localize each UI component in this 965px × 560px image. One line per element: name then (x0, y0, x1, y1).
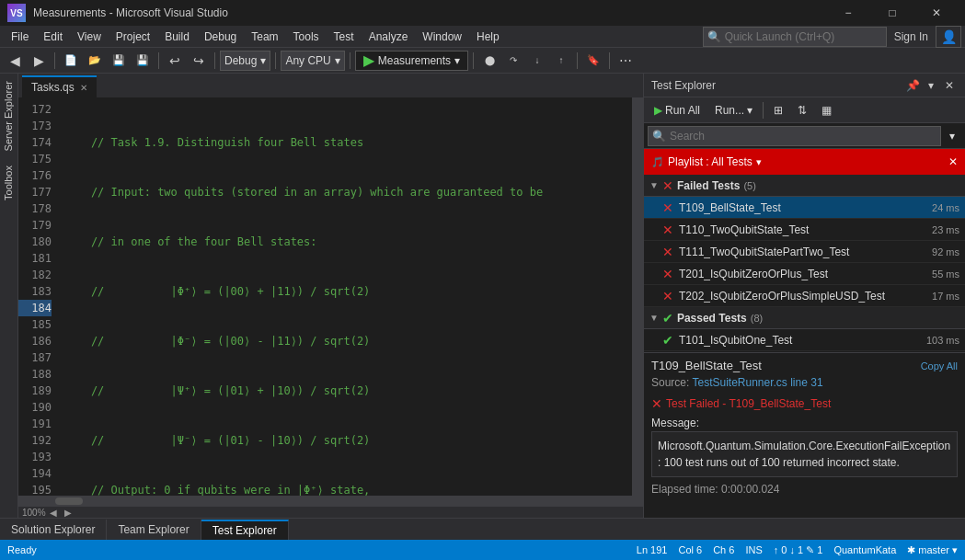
tab-label: Team Explorer (118, 523, 189, 536)
search-dropdown-button[interactable]: ▾ (943, 126, 961, 146)
detail-source-link[interactable]: TestSuiteRunner.cs line 31 (692, 376, 822, 389)
hscroll-thumb[interactable] (55, 497, 83, 505)
group-by-button[interactable]: ⊞ (767, 100, 789, 120)
playlist-close-button[interactable]: ✕ (948, 155, 958, 168)
run-dropdown-icon: ▾ (454, 54, 460, 67)
close-button[interactable]: ✕ (915, 0, 958, 26)
sep6 (473, 52, 474, 69)
menu-debug[interactable]: Debug (197, 26, 244, 48)
test-item-time: 92 ms (932, 246, 959, 257)
code-bottom-bar: 100% ◀ ▶ (18, 507, 643, 518)
detail-fail-label: Test Failed - T109_BellState_Test (666, 397, 831, 410)
sep5 (350, 52, 350, 69)
tab-label: Tasks.qs (31, 81, 75, 94)
filter-icon: ▦ (821, 104, 832, 117)
menu-window[interactable]: Window (415, 26, 469, 48)
playlist-chevron[interactable]: ▾ (756, 156, 762, 168)
test-item-t110[interactable]: ✕ T110_TwoQubitState_Test 23 ms (644, 219, 965, 241)
restore-button[interactable]: □ (871, 0, 913, 26)
test-item-label: T109_BellState_Test (679, 201, 926, 214)
sidebar-item-server-explorer[interactable]: Server Explorer (0, 74, 17, 158)
step-over-btn[interactable]: ↷ (502, 51, 524, 71)
copy-all-button[interactable]: Copy All (921, 360, 958, 371)
title-bar-left: VS Measurements - Microsoft Visual Studi… (7, 4, 228, 22)
code-horizontal-scrollbar[interactable] (18, 496, 643, 507)
test-list[interactable]: ▼ ✕ Failed Tests (5) ✕ T109_BellState_Te… (644, 175, 965, 352)
tab-label: Test Explorer (213, 524, 277, 537)
run-dropdown-button[interactable]: Run... ▾ (708, 100, 759, 120)
tab-team-explorer[interactable]: Team Explorer (107, 520, 201, 540)
test-item-t109[interactable]: ✕ T109_BellState_Test 24 ms (644, 197, 965, 219)
bookmark-btn[interactable]: 🔖 (582, 51, 604, 71)
title-bar-title: Measurements - Microsoft Visual Studio (33, 6, 228, 19)
run-all-button[interactable]: ▶ Run All (648, 100, 707, 120)
menu-team[interactable]: Team (244, 26, 285, 48)
account-icon[interactable]: 👤 (936, 26, 961, 48)
code-scrollbar[interactable] (632, 97, 643, 496)
menu-build[interactable]: Build (157, 26, 197, 48)
dropdown-button[interactable]: ▾ (923, 77, 939, 94)
search-box[interactable]: 🔍 (648, 126, 941, 146)
sidebar-item-toolbox[interactable]: Toolbox (0, 158, 17, 208)
detail-fail-icon: ✕ (651, 396, 662, 411)
sort-button[interactable]: ⇅ (791, 100, 813, 120)
code-content[interactable]: // Task 1.9. Distinguish four Bell state… (57, 97, 632, 496)
filter-button[interactable]: ▦ (815, 100, 838, 120)
search-input[interactable] (670, 130, 936, 143)
save-btn[interactable]: 💾 (108, 51, 130, 71)
status-col: Col 6 (678, 544, 702, 555)
test-item-t101[interactable]: ✔ T101_IsQubitOne_Test 103 ms (644, 329, 965, 351)
pin-button[interactable]: 📌 (904, 77, 921, 94)
tab-solution-explorer[interactable]: Solution Explorer (0, 520, 107, 540)
menu-analyze[interactable]: Analyze (362, 26, 416, 48)
failed-group-header[interactable]: ▼ ✕ Failed Tests (5) (644, 175, 965, 197)
run-dropdown-chevron: ▾ (747, 104, 752, 117)
quick-launch-input[interactable] (725, 30, 872, 43)
menu-edit[interactable]: Edit (36, 26, 70, 48)
tab-tasks-qs[interactable]: Tasks.qs ✕ (22, 75, 97, 97)
tab-close-icon[interactable]: ✕ (80, 83, 87, 93)
te-sep1 (763, 102, 764, 119)
sep8 (609, 52, 610, 69)
more-btn[interactable]: ⋯ (615, 51, 637, 71)
platform-dropdown[interactable]: Any CPU ▾ (281, 51, 344, 71)
breakpoint-btn[interactable]: ⬤ (478, 51, 500, 71)
forward-btn[interactable]: ▶ (28, 51, 50, 71)
step-out-btn[interactable]: ↑ (550, 51, 572, 71)
tab-test-explorer[interactable]: Test Explorer (201, 520, 289, 540)
debug-mode-dropdown[interactable]: Debug ▾ (220, 51, 270, 71)
new-project-btn[interactable]: 📄 (60, 51, 82, 71)
status-branch[interactable]: ✱ master ▾ (907, 544, 958, 556)
status-right: Ln 191 Col 6 Ch 6 INS ↑ 0 ↓ 1 ✎ 1 Quantu… (637, 544, 958, 556)
test-item-t202[interactable]: ✕ T202_IsQubitZeroOrPlusSimpleUSD_Test 1… (644, 285, 965, 307)
menu-file[interactable]: File (4, 26, 36, 48)
save-all-btn[interactable]: 💾 (132, 51, 154, 71)
close-panel-button[interactable]: ✕ (941, 77, 958, 94)
back-btn[interactable]: ◀ (4, 51, 26, 71)
quick-launch[interactable]: 🔍 (703, 27, 887, 47)
sep3 (214, 52, 215, 69)
menu-project[interactable]: Project (109, 26, 157, 48)
code-editor[interactable]: 172 173 174 175 176 177 178 179 180 181 … (18, 97, 643, 496)
status-kata: QuantumKata (833, 544, 896, 555)
menu-tools[interactable]: Tools (286, 26, 327, 48)
sign-in[interactable]: Sign In (887, 30, 936, 43)
play-icon: ▶ (363, 51, 374, 69)
open-btn[interactable]: 📂 (84, 51, 106, 71)
passed-group-header[interactable]: ▼ ✔ Passed Tests (8) (644, 307, 965, 329)
redo-btn[interactable]: ↪ (188, 51, 210, 71)
playlist-bar: 🎵 Playlist : All Tests ▾ ✕ (644, 149, 965, 175)
test-item-t111[interactable]: ✕ T111_TwoQubitStatePartTwo_Test 92 ms (644, 241, 965, 263)
menu-help[interactable]: Help (469, 26, 507, 48)
step-in-btn[interactable]: ↓ (526, 51, 548, 71)
test-item-t201[interactable]: ✕ T201_IsQubitZeroOrPlus_Test 55 ms (644, 263, 965, 285)
sep7 (577, 52, 578, 69)
passed-group-label: Passed Tests (677, 312, 747, 325)
menu-test[interactable]: Test (327, 26, 362, 48)
detail-message-label-row: Message: (651, 417, 958, 429)
detail-test-name: T109_BellState_Test (651, 359, 762, 372)
undo-btn[interactable]: ↩ (164, 51, 186, 71)
minimize-button[interactable]: − (827, 0, 869, 26)
run-btn[interactable]: ▶ Measurements ▾ (355, 51, 468, 71)
menu-view[interactable]: View (70, 26, 109, 48)
